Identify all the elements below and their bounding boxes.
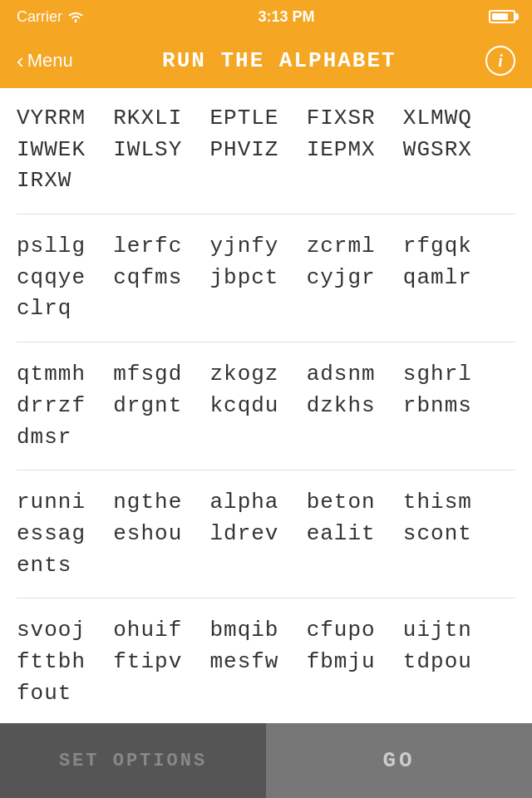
page-title: RUN THE ALPHABET: [162, 48, 397, 73]
content-area: VYRRM RKXLI EPTLE FIXSR XLMWQIWWEK IWLSY…: [0, 88, 532, 723]
word-line: qtmmh mfsgd zkogz adsnm sghrl: [17, 359, 515, 391]
word-line: ents: [17, 550, 515, 582]
word-group: svooj ohuif bmqib cfupo uijtnfttbh ftipv…: [17, 615, 515, 723]
set-options-button[interactable]: SET OPTIONS: [0, 723, 266, 798]
word-line: essag eshou ldrev ealit scont: [17, 519, 515, 550]
carrier-label: Carrier: [17, 8, 84, 26]
go-button[interactable]: GO: [266, 723, 532, 798]
word-line: IWWEK IWLSY PHVIZ IEPMX WGSRX: [17, 135, 515, 166]
word-line: svooj ohuif bmqib cfupo uijtn: [17, 615, 515, 647]
word-line: fout: [17, 678, 515, 710]
battery-fill: [492, 13, 508, 20]
word-line: VYRRM RKXLI EPTLE FIXSR XLMWQ: [17, 103, 515, 135]
word-line: clrq: [17, 293, 515, 325]
wifi-icon: [67, 11, 84, 22]
word-line: fttbh ftipv mesfw fbmju tdpou: [17, 647, 515, 678]
status-bar: Carrier 3:13 PM: [0, 0, 532, 33]
back-button[interactable]: ‹ Menu: [17, 50, 73, 71]
word-group: qtmmh mfsgd zkogz adsnm sghrldrrzf drgnt…: [17, 359, 515, 470]
word-group: runni ngthe alpha beton thismessag eshou…: [17, 487, 515, 598]
info-icon: i: [498, 52, 503, 71]
status-time: 3:13 PM: [258, 8, 314, 26]
word-line: drrzf drgnt kcqdu dzkhs rbnms: [17, 391, 515, 422]
carrier-text: Carrier: [17, 8, 62, 26]
go-label: GO: [382, 748, 415, 773]
word-line: dmsr: [17, 422, 515, 454]
back-label: Menu: [27, 50, 73, 71]
word-group: VYRRM RKXLI EPTLE FIXSR XLMWQIWWEK IWLSY…: [17, 103, 515, 214]
word-line: psllg lerfc yjnfy zcrml rfgqk: [17, 231, 515, 263]
set-options-label: SET OPTIONS: [59, 751, 207, 771]
word-group: psllg lerfc yjnfy zcrml rfgqkcqqye cqfms…: [17, 231, 515, 342]
info-button[interactable]: i: [485, 46, 515, 76]
word-line: IRXW: [17, 165, 515, 197]
chevron-left-icon: ‹: [17, 50, 24, 71]
battery-icon: [489, 10, 515, 23]
word-line: cqqye cqfms jbpct cyjgr qamlr: [17, 263, 515, 294]
bottom-bar: SET OPTIONS GO: [0, 723, 532, 798]
word-line: runni ngthe alpha beton thism: [17, 487, 515, 519]
nav-bar: ‹ Menu RUN THE ALPHABET i: [0, 33, 532, 88]
